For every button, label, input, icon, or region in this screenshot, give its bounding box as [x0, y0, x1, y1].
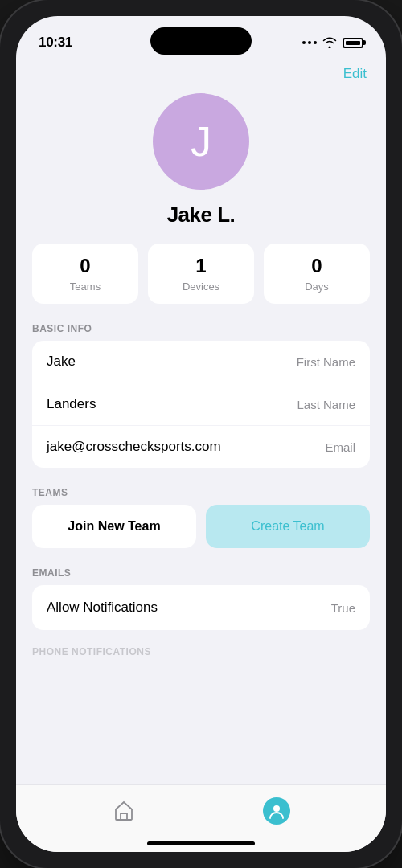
dynamic-island	[150, 27, 252, 55]
join-team-button[interactable]: Join New Team	[32, 505, 196, 548]
avatar-section: J Jake L.	[16, 82, 386, 244]
profile-icon	[268, 802, 285, 820]
stat-card-days: 0 Days	[264, 244, 370, 304]
basic-info-label: BASIC INFO	[16, 323, 386, 334]
days-count: 0	[311, 255, 322, 277]
teams-label: Teams	[70, 280, 100, 293]
edit-button[interactable]: Edit	[343, 66, 367, 82]
first-name-row: Jake First Name	[32, 341, 370, 383]
home-nav-item[interactable]	[113, 800, 135, 822]
devices-label: Devices	[183, 280, 219, 293]
user-name: Jake L.	[167, 203, 236, 227]
battery-icon	[343, 38, 363, 48]
phone-notifications-label: PHONE NOTIFICATIONS	[16, 646, 386, 657]
allow-notifications-row: Allow Notifications True	[32, 585, 370, 630]
stats-row: 0 Teams 1 Devices 0 Days	[16, 244, 386, 304]
profile-icon-circle	[263, 797, 290, 825]
days-label: Days	[305, 280, 329, 293]
profile-nav-item[interactable]	[263, 797, 290, 825]
email-row: jake@crosschecksports.com Email	[32, 426, 370, 468]
phone-screen: 10:31 Edit	[16, 16, 386, 852]
avatar: J	[153, 93, 249, 190]
last-name-value: Landers	[47, 396, 96, 412]
email-field-label: Email	[325, 440, 355, 454]
home-icon	[113, 800, 135, 822]
teams-section-label: TEAMS	[16, 487, 386, 498]
stat-card-teams: 0 Teams	[32, 244, 138, 304]
create-team-button[interactable]: Create Team	[206, 505, 370, 548]
last-name-row: Landers Last Name	[32, 383, 370, 426]
stat-card-devices: 1 Devices	[148, 244, 254, 304]
teams-count: 0	[80, 255, 90, 277]
svg-point-0	[273, 805, 280, 812]
first-name-field-label: First Name	[297, 355, 355, 369]
phone-frame: 10:31 Edit	[0, 0, 402, 868]
devices-count: 1	[195, 255, 206, 277]
status-time: 10:31	[39, 35, 72, 51]
content-area: Edit J Jake L. 0 Teams 1 Devices	[16, 58, 386, 784]
notifications-card: Allow Notifications True	[32, 585, 370, 630]
first-name-value: Jake	[47, 354, 76, 370]
emails-section-label: EMAILS	[16, 567, 386, 579]
avatar-initial: J	[191, 117, 211, 166]
home-indicator	[147, 841, 255, 845]
basic-info-card: Jake First Name Landers Last Name jake@c…	[32, 341, 370, 468]
allow-notifications-value: True	[331, 601, 355, 615]
edit-row: Edit	[16, 58, 386, 82]
teams-card: Join New Team Create Team	[32, 505, 370, 548]
signal-icon	[302, 41, 317, 44]
last-name-field-label: Last Name	[297, 398, 355, 411]
status-icons	[302, 37, 363, 48]
email-value: jake@crosschecksports.com	[47, 439, 221, 455]
allow-notifications-label: Allow Notifications	[47, 600, 158, 616]
wifi-icon	[322, 37, 337, 48]
